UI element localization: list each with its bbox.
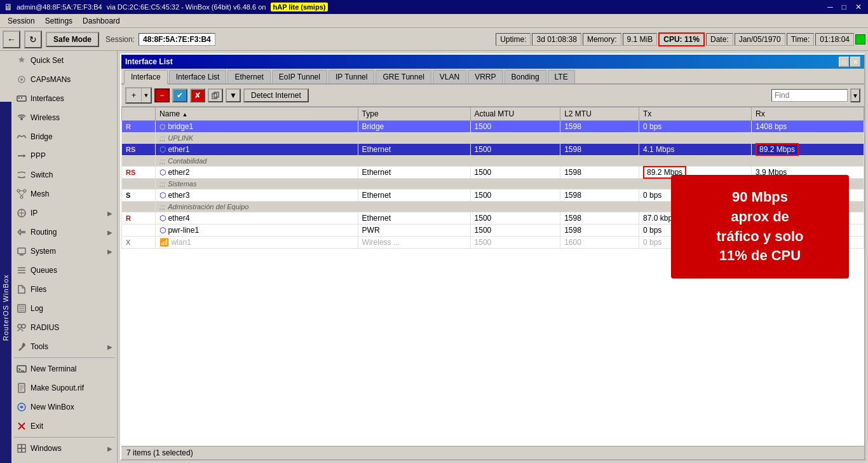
sidebar-item-label: System xyxy=(31,247,104,256)
ip-icon xyxy=(17,208,27,218)
window-maximize-btn[interactable]: □ xyxy=(839,57,849,67)
row-flag: RS xyxy=(122,167,156,179)
exit-icon xyxy=(17,421,27,431)
sidebar-item-label: IP xyxy=(31,209,104,218)
col-name[interactable]: Name ▲ xyxy=(156,107,358,121)
add-dropdown-btn[interactable]: ▼ xyxy=(142,88,151,102)
sidebar-item-label: Queues xyxy=(31,266,112,275)
row-type: Bridge xyxy=(358,121,470,133)
maximize-btn[interactable]: □ xyxy=(839,3,849,11)
sidebar-item-files[interactable]: Files xyxy=(11,280,118,299)
tab-ethernet[interactable]: Ethernet xyxy=(227,70,270,83)
menu-dashboard[interactable]: Dashboard xyxy=(78,15,125,27)
tab-interface[interactable]: Interface xyxy=(124,70,168,85)
sidebar-item-system[interactable]: System ▶ xyxy=(11,242,118,261)
table-row[interactable]: R ⬡ bridge1 Bridge 1500 1598 0 bps 1408 … xyxy=(122,121,864,133)
sidebar-item-new-winbox[interactable]: New WinBox xyxy=(11,397,118,417)
col-flag[interactable] xyxy=(122,107,156,121)
detect-internet-button[interactable]: Detect Internet xyxy=(243,88,309,102)
row-actual-mtu: 1500 xyxy=(470,144,560,156)
tab-lte[interactable]: LTE xyxy=(548,70,575,83)
sidebar-item-radius[interactable]: RADIUS xyxy=(11,318,118,337)
forward-btn[interactable]: ↻ xyxy=(24,31,42,48)
row-rx: 1408 bps xyxy=(751,121,864,133)
title-via: via DC:2C:6E:C5:45:32 - WinBox (64bit) v… xyxy=(107,3,266,11)
row-name: ⬡ pwr-line1 xyxy=(156,225,358,237)
svg-rect-39 xyxy=(18,448,22,452)
app-icon: 🖥 xyxy=(4,2,13,12)
make-supout-icon xyxy=(17,383,27,393)
sidebar-item-queues[interactable]: Queues xyxy=(11,261,118,280)
svg-line-11 xyxy=(18,192,22,196)
find-input[interactable] xyxy=(771,89,848,102)
copy-button[interactable] xyxy=(208,88,223,102)
log-icon xyxy=(17,303,27,314)
col-type[interactable]: Type xyxy=(358,107,470,121)
tab-vrrp[interactable]: VRRP xyxy=(468,70,503,83)
sidebar-item-label: Bridge xyxy=(31,132,112,141)
sidebar-item-label: Switch xyxy=(31,170,112,179)
sidebar-item-make-supout[interactable]: Make Supout.rif xyxy=(11,378,118,397)
switch-icon xyxy=(17,170,27,180)
window-close-btn[interactable]: ✕ xyxy=(850,57,860,67)
sidebar-item-windows[interactable]: Windows ▶ xyxy=(11,439,118,458)
sidebar-item-label: CAPsMANs xyxy=(31,75,112,84)
memory-label: Memory: xyxy=(583,33,621,46)
window-controls: □ ✕ xyxy=(839,57,860,67)
col-rx[interactable]: Rx xyxy=(751,107,864,121)
row-flag xyxy=(122,156,156,167)
row-type: Ethernet xyxy=(358,190,470,202)
safe-mode-button[interactable]: Safe Mode xyxy=(46,32,99,47)
sidebar-item-tools[interactable]: Tools ▶ xyxy=(11,337,118,356)
ppp-icon xyxy=(17,151,27,161)
col-actual-mtu[interactable]: Actual MTU xyxy=(470,107,560,121)
sidebar-item-interfaces[interactable]: Interfaces xyxy=(11,89,118,108)
svg-rect-16 xyxy=(18,248,25,254)
find-dropdown-btn[interactable]: ▼ xyxy=(850,88,860,102)
row-actual-mtu: 1500 xyxy=(470,190,560,202)
disable-button[interactable]: ✘ xyxy=(190,88,205,102)
sidebar-item-routing[interactable]: Routing ▶ xyxy=(11,223,118,242)
tab-bonding[interactable]: Bonding xyxy=(505,70,546,83)
radius-icon xyxy=(17,322,27,333)
sidebar-item-label: Windows xyxy=(31,444,104,453)
ip-arrow: ▶ xyxy=(107,210,112,217)
sidebar-item-ppp[interactable]: PPP xyxy=(11,146,118,165)
sidebar-item-switch[interactable]: Switch xyxy=(11,165,118,184)
row-flag xyxy=(122,179,156,190)
sidebar-item-quick-set[interactable]: Quick Set xyxy=(11,51,118,70)
menu-settings[interactable]: Settings xyxy=(40,15,78,27)
sidebar-item-new-terminal[interactable]: New Terminal xyxy=(11,359,118,378)
svg-point-1 xyxy=(20,78,23,81)
sidebar-item-bridge[interactable]: Bridge xyxy=(11,127,118,146)
window-title: Interface List xyxy=(125,57,173,66)
menu-session[interactable]: Session xyxy=(3,15,40,27)
filter-button[interactable]: ▼ xyxy=(226,88,241,102)
tab-vlan[interactable]: VLAN xyxy=(433,70,466,83)
table-row-selected[interactable]: RS ⬡ ether1 Ethernet 1500 1598 4.1 Mbps … xyxy=(122,144,864,156)
col-l2-mtu[interactable]: L2 MTU xyxy=(560,107,639,121)
sidebar-item-wireless[interactable]: Wireless xyxy=(11,108,118,127)
tab-gre-tunnel[interactable]: GRE Tunnel xyxy=(376,70,431,83)
back-btn[interactable]: ← xyxy=(3,31,20,48)
sidebar-item-log[interactable]: Log xyxy=(11,299,118,318)
row-l2-mtu: 1598 xyxy=(560,212,639,225)
sidebar-item-mesh[interactable]: Mesh xyxy=(11,184,118,204)
tab-ip-tunnel[interactable]: IP Tunnel xyxy=(329,70,374,83)
add-button[interactable]: + xyxy=(126,88,142,102)
session-value: 48:8F:5A:7E:F3:B4 xyxy=(139,33,215,46)
enable-button[interactable]: ✔ xyxy=(172,88,187,102)
col-tx[interactable]: Tx xyxy=(639,107,752,121)
tab-eoip-tunnel[interactable]: EoIP Tunnel xyxy=(272,70,327,83)
sidebar-item-capsman[interactable]: CAPsMANs xyxy=(11,70,118,89)
row-flag: R xyxy=(122,121,156,133)
time-value: 01:18:04 xyxy=(815,33,854,46)
sidebar-item-label: Routing xyxy=(31,228,104,237)
sidebar-item-ip[interactable]: IP ▶ xyxy=(11,204,118,223)
sidebar-item-label: Interfaces xyxy=(31,94,112,103)
remove-button[interactable]: − xyxy=(154,88,170,102)
minimize-btn[interactable]: ─ xyxy=(825,3,836,11)
sidebar-item-exit[interactable]: Exit xyxy=(11,417,118,436)
tab-interface-list[interactable]: Interface List xyxy=(169,70,227,83)
close-btn[interactable]: ✕ xyxy=(853,3,864,11)
